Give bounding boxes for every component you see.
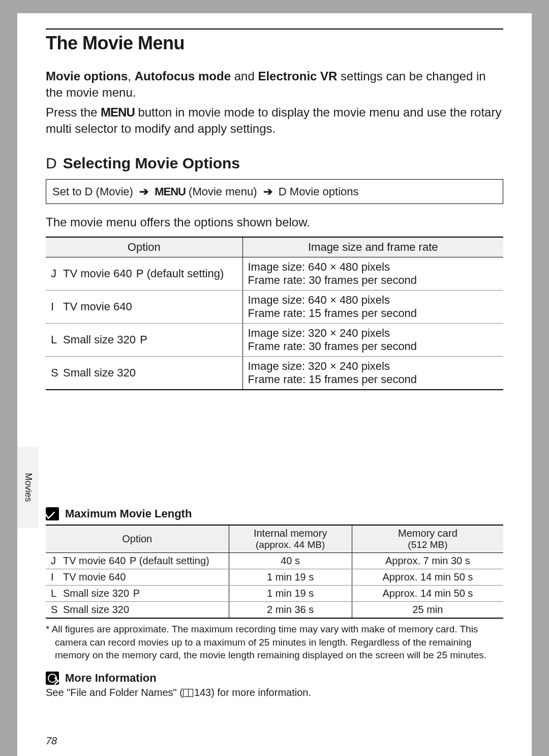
side-tab-label: Movies: [23, 473, 34, 502]
navigation-path: Set to D (Movie) ➔ MENU (Movie menu) ➔ D…: [46, 179, 503, 205]
page-number: 78: [46, 735, 57, 747]
page-title: The Movie Menu: [46, 33, 503, 54]
option-icon: J: [51, 267, 63, 280]
option-icon: I: [51, 300, 63, 313]
movie-options-table: Option Image size and frame rate JTV mov…: [46, 237, 503, 390]
menu-button-label: MENU: [101, 105, 135, 119]
table-row: LSmall size 320 P 1 min 19 s Approx. 14 …: [46, 586, 503, 602]
option-icon: J: [51, 555, 63, 567]
side-tab: Movies: [17, 447, 39, 528]
section-heading: DSelecting Movie Options: [46, 155, 503, 172]
intro-paragraph: Movie options, Autofocus mode and Electr…: [46, 68, 503, 101]
option-icon: S: [51, 366, 63, 380]
len-col2-head: Internal memory(approx. 44 MB): [229, 525, 352, 553]
table-row: SSmall size 320 2 min 36 s 25 min: [46, 602, 503, 619]
info-icon: [46, 672, 59, 685]
option-icon: I: [51, 571, 63, 583]
press-paragraph: Press the MENU button in movie mode to d…: [46, 104, 503, 137]
more-info-text: See "File and Folder Names" (143) for mo…: [46, 687, 503, 699]
option-icon: L: [51, 333, 63, 346]
table-row: JTV movie 640 P (default setting) 40 s A…: [46, 553, 503, 569]
note-icon: [46, 507, 59, 520]
table-row: JTV movie 640 P (default setting) Image …: [46, 257, 503, 290]
table-row: ITV movie 640 1 min 19 s Approx. 14 min …: [46, 569, 503, 586]
movie-mode-icon: D: [46, 155, 57, 171]
more-info-heading: More Information: [46, 672, 503, 685]
table-row: ITV movie 640 Image size: 640 × 480 pixe…: [46, 290, 503, 324]
arrow-icon: ➔: [139, 185, 148, 198]
footnote: * All figures are approximate. The maxim…: [46, 623, 503, 662]
arrow-icon: ➔: [263, 185, 272, 198]
option-icon: S: [51, 604, 63, 616]
movie-length-table: Option Internal memory(approx. 44 MB) Me…: [46, 525, 503, 619]
option-icon: L: [51, 588, 63, 599]
len-col3-head: Memory card(512 MB): [352, 525, 503, 553]
lead-text: The movie menu offers the options shown …: [46, 215, 503, 229]
page-ref-icon: [183, 689, 193, 697]
table-row: SSmall size 320 Image size: 320 × 240 pi…: [46, 357, 503, 390]
note-heading: Maximum Movie Length: [46, 507, 503, 520]
len-col1-head: Option: [46, 525, 229, 553]
opts-col1-head: Option: [46, 237, 242, 257]
opts-col2-head: Image size and frame rate: [242, 237, 503, 257]
table-row: LSmall size 320 P Image size: 320 × 240 …: [46, 324, 503, 357]
